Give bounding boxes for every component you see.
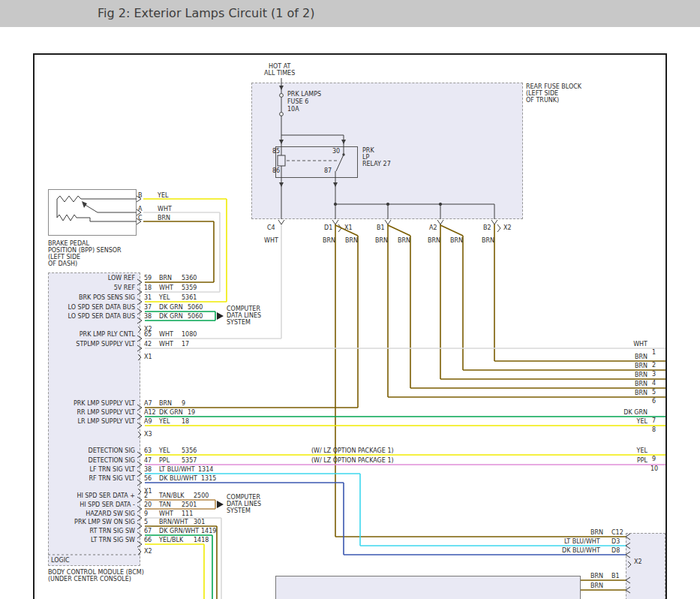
bcm-pin-name: LR LMP SUPPLY VLT	[50, 418, 135, 425]
bcm-pin-number: 63	[144, 447, 152, 454]
bpp-pin-a: A	[138, 206, 142, 212]
bcm-wire-color: DK GRN	[159, 409, 183, 416]
bcm-pin-name: LOW REF	[50, 275, 135, 281]
bcm-circuit-number: 1315	[201, 475, 216, 482]
hot-at-label2: ALL TIMES	[264, 70, 295, 77]
edge-wire-color: PPL	[599, 457, 647, 464]
bcm-pin-number: A12	[144, 409, 156, 416]
bcm-pin-number: A9	[144, 418, 152, 425]
fuse-block-title3: OF TRUNK)	[526, 97, 559, 104]
bcm-circuit-number: 9	[182, 400, 185, 407]
wire-color-brn: BRN	[323, 237, 335, 244]
bcm-circuit-number: 5359	[182, 284, 197, 291]
rear-conn-x2: X2	[634, 558, 642, 565]
fuse-block-connector-glyphs	[278, 220, 500, 232]
bcm-pin-row: 5V REF 18 WHT 5359	[35, 284, 665, 292]
bcm-pin-name: DETECTION SIG	[50, 447, 135, 454]
bcm-pin-name: RT TRN SIG SW	[50, 528, 135, 534]
bcm-pin-name: RR LMP SUPPLY VLT	[50, 409, 135, 416]
connector-x1: X1	[344, 224, 353, 231]
bcm-circuit-number: 17	[182, 341, 189, 348]
bcm-pin-row: DETECTION SIG 63 YEL 5356 (W/ LZ OPTION …	[35, 447, 665, 455]
bcm-pin-row: LO SPD SER DATA BUS 37 DK GRN 5060	[35, 304, 665, 312]
bcm-connector-x2: X2	[144, 326, 152, 333]
bcm-pin-number: 47	[144, 457, 152, 464]
bcm-circuit-number: 1419	[201, 528, 216, 534]
bpp-title1: BRAKE PEDAL	[48, 240, 89, 247]
wire-color-brn: BRN	[428, 237, 440, 244]
edge-wire-number: 8	[652, 426, 656, 433]
edge-wire-color: BRN	[599, 390, 647, 396]
bcm-pin-number: 31	[144, 294, 152, 301]
bpp-title3: (LEFT SIDE	[48, 254, 80, 260]
bcm-pin-number: 59	[144, 275, 152, 281]
edge-wire-number: 2	[652, 362, 656, 369]
bpp-pin-c: C	[138, 215, 143, 221]
bcm-title1: BODY CONTROL MODULE (BCM)	[48, 569, 144, 576]
bcm-wire-color: DK GRN/WHT	[159, 528, 199, 534]
bcm-pin-row: LOW REF 59 BRN 5360	[35, 275, 665, 282]
fuse-label2: FUSE 6	[287, 98, 308, 105]
relay-pin-30: 30	[332, 148, 340, 155]
relay-name1: PRK	[362, 147, 374, 154]
rear-conn-pin: C12	[611, 529, 623, 536]
edge-wire-color: BRN	[599, 354, 647, 360]
option-note: (W/ LZ OPTION PACKAGE 1)	[311, 447, 394, 454]
bcm-pin-name: LT TRN SIG SW	[50, 537, 135, 543]
green-wires	[145, 312, 665, 599]
bpp-sensor-box	[48, 189, 137, 236]
bcm-pin-number: 42	[144, 341, 152, 348]
rear-conn-color: LT BLU/WHT	[564, 538, 600, 545]
bcm-pin-row: LF TRN SIG VLT 38 LT BLU/WHT 1314	[35, 466, 665, 474]
figure-title: Fig 2: Exterior Lamps Circuit (1 of 2)	[98, 6, 314, 20]
bcm-pin-number: 38	[144, 466, 152, 473]
edge-wire-number: 6	[652, 398, 656, 405]
bcm-pin-name: LO SPD SER DATA BUS	[50, 313, 135, 320]
wire-color-brn: BRN	[482, 237, 494, 244]
bpp-title4: OF DASH)	[48, 260, 77, 267]
bcm-pin-name: LF TRN SIG VLT	[50, 466, 135, 473]
bcm-pin-row: HAZARD SW SIG 9 WHT 111	[35, 510, 665, 518]
bcm-wire-color: YEL	[159, 447, 170, 454]
bpp-color-a: WHT	[158, 206, 172, 212]
bcm-pin-row: LO SPD SER DATA BUS 38 DK GRN 5060	[35, 313, 665, 321]
wire-color-brn: BRN	[345, 237, 358, 244]
fuse-label1: PRK LAMPS	[287, 91, 321, 98]
bcm-pin-row: RR LMP SUPPLY VLT A12 DK GRN 19	[35, 409, 665, 417]
fuse-block-title1: REAR FUSE BLOCK	[526, 83, 581, 90]
bcm-circuit-number: 5060	[188, 313, 203, 320]
bcm-circuit-number: 18	[182, 418, 189, 425]
wire-color-wht: WHT	[264, 237, 278, 244]
bcm-pin-row: HI SPD SER DATA - 20 TAN 2501	[35, 501, 665, 509]
hot-at-label: HOT AT	[269, 63, 290, 70]
bcm-pin-name: HI SPD SER DATA +	[50, 492, 135, 499]
edge-wire-number: 1	[652, 349, 656, 356]
bcm-circuit-number: 1418	[194, 537, 209, 543]
bcm-wire-color: YEL	[159, 294, 170, 301]
bcm-pin-name: STPLMP SUPPLY VLT	[50, 341, 135, 348]
bcm-connector-x3: X3	[144, 431, 152, 438]
bcm-pin-row: PRK LMP RLY CNTL 65 WHT 1080	[35, 331, 665, 339]
fuse-label3: 10A	[287, 106, 299, 113]
bcm-pin-number: 56	[144, 475, 152, 482]
bcm-circuit-number: 2501	[182, 501, 197, 508]
rear-conn-pin: D8	[611, 547, 620, 554]
bcm-pin-number: 18	[144, 284, 152, 291]
edge-wire-number: 5	[652, 389, 656, 396]
wire-color-brn: BRN	[450, 237, 463, 244]
bcm-circuit-number: 5357	[182, 457, 197, 464]
bcm-connector-x1b: X1	[144, 488, 152, 495]
bcm-pin-name: PRK LMP SW ON SIG	[50, 519, 135, 525]
bcm-pin-number: 67	[144, 528, 152, 534]
bcm-pin-name: HAZARD SW SIG	[50, 510, 135, 517]
bcm-pin-name: DETECTION SIG	[50, 457, 135, 464]
relay-pin-87: 87	[324, 167, 332, 174]
bottom-module-box	[275, 576, 581, 599]
bcm-wire-color: WHT	[159, 284, 173, 291]
edge-wire-color: YEL	[599, 447, 647, 454]
edge-wire-number: 10	[650, 465, 658, 472]
bcm-wire-color: TAN/BLK	[159, 492, 185, 499]
edge-wire-number: 4	[652, 380, 656, 387]
rear-conn-color: DK BLU/WHT	[562, 547, 600, 554]
bcm-circuit-number: 111	[182, 510, 193, 517]
